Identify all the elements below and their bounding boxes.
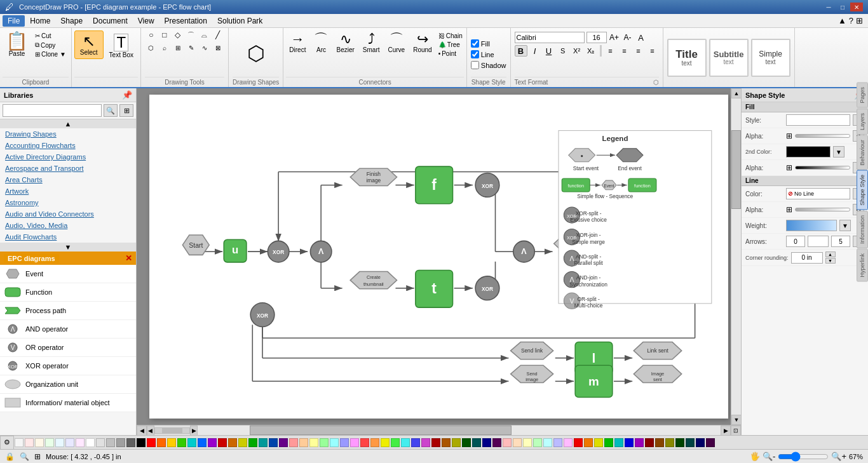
smart-connector-button[interactable]: ⤴ Smart (360, 30, 383, 55)
color-cell[interactable] (25, 438, 34, 447)
color-cell[interactable] (187, 438, 196, 447)
color-cell[interactable] (137, 438, 146, 447)
layers-tab[interactable]: Layers (857, 109, 868, 135)
color-cell[interactable] (513, 438, 522, 447)
window-controls[interactable]: ─ □ ✕ (822, 3, 863, 11)
vertical-scrollbar[interactable]: ▲ ▼ (731, 88, 741, 425)
color-cell[interactable] (126, 438, 135, 447)
color-cell[interactable] (45, 438, 54, 447)
color-cell[interactable] (482, 438, 491, 447)
color-cell[interactable] (574, 438, 583, 447)
color-cell[interactable] (442, 438, 451, 447)
fill-checkbox[interactable] (471, 39, 479, 48)
color-cell[interactable] (391, 438, 400, 447)
library-scroll-down[interactable]: ▼ (0, 243, 136, 252)
lib-audio-video-connectors[interactable]: Audio and Video Connectors (0, 208, 136, 220)
color-cell[interactable] (431, 438, 440, 447)
v-scroll-thumb[interactable] (731, 130, 741, 210)
round-connector-button[interactable]: ↪ Round (410, 30, 435, 55)
color-cell[interactable] (706, 438, 715, 447)
color-cell[interactable] (218, 438, 227, 447)
color-cell[interactable] (167, 438, 176, 447)
color-cell[interactable] (248, 438, 257, 447)
lib-drawing-shapes[interactable]: Drawing Shapes (0, 128, 136, 140)
color-cell[interactable] (543, 438, 552, 447)
color-palette-settings[interactable]: ⚙ (0, 436, 14, 450)
color-cell[interactable] (177, 438, 186, 447)
color-cell[interactable] (594, 438, 603, 447)
fit-page-button[interactable]: ⊡ (731, 426, 741, 436)
fill-alpha-slider[interactable] (795, 134, 850, 138)
color-cell[interactable] (198, 438, 207, 447)
color-cell[interactable] (157, 438, 166, 447)
epc-or-operator-item[interactable]: V OR operator (0, 339, 136, 357)
color-cell[interactable] (533, 438, 542, 447)
chain-connector-button[interactable]: ⛓ Chain (437, 32, 464, 40)
color-cell[interactable] (35, 438, 44, 447)
second-color-swatch[interactable] (786, 146, 831, 158)
curve-connector-button[interactable]: ⌒ Curve (385, 30, 409, 55)
line-checkbox[interactable] (471, 50, 479, 58)
align-right-button[interactable]: ≡ (632, 45, 645, 57)
next-page-button[interactable]: ▶ (190, 426, 198, 436)
title-text-style-button[interactable]: Title text (667, 39, 707, 77)
color-cell[interactable] (625, 438, 634, 447)
pages-tab[interactable]: Pages (857, 88, 868, 108)
color-cell[interactable] (55, 438, 64, 447)
color-cell[interactable] (96, 438, 105, 447)
epc-function-item[interactable]: Function (0, 283, 136, 302)
status-grid-icon[interactable]: ⊞ (34, 452, 41, 461)
paste-button[interactable]: 📋 Paste (3, 30, 31, 59)
arc-tool-button[interactable]: ⌒ (185, 29, 198, 41)
color-cell[interactable] (553, 438, 562, 447)
libraries-pin-icon[interactable]: 📌 (122, 90, 132, 100)
h-scroll-thumb[interactable] (250, 426, 512, 435)
line-alpha-slider[interactable] (795, 208, 850, 211)
underline-button[interactable]: U (543, 45, 555, 57)
color-cell[interactable] (208, 438, 217, 447)
minimize-button[interactable]: ─ (822, 3, 835, 11)
color-cell[interactable] (370, 438, 379, 447)
arrows-center-selector[interactable] (808, 236, 829, 247)
justify-button[interactable]: ≡ (646, 45, 659, 57)
epc-xor-operator-item[interactable]: XOR XOR operator (0, 357, 136, 375)
arc-connector-button[interactable]: ⌒ Arc (311, 30, 331, 55)
tree-connector-button[interactable]: 🌲 Tree (437, 41, 464, 49)
color-cell[interactable] (614, 438, 623, 447)
ribbon-expand-icon[interactable]: ⊞ (856, 16, 863, 25)
color-cell[interactable] (238, 438, 247, 447)
color-cell[interactable] (452, 438, 461, 447)
color-cell[interactable] (564, 438, 573, 447)
color-cell[interactable] (523, 438, 532, 447)
point-connector-button[interactable]: • Point (437, 50, 464, 58)
color-cell[interactable] (289, 438, 298, 447)
canvas-paper[interactable]: ▲ ▼ (137, 88, 741, 425)
corner-rounding-down[interactable]: ▼ (825, 258, 836, 264)
hand-tool-icon[interactable]: 🖐 (750, 452, 760, 461)
align-center-button[interactable]: ≡ (618, 45, 631, 57)
fill-checkbox-label[interactable]: Fill (471, 39, 506, 48)
close-button[interactable]: ✕ (850, 3, 863, 11)
copy-button[interactable]: ⧉ Copy (32, 41, 69, 50)
color-cell[interactable] (472, 438, 481, 447)
color-cell[interactable] (340, 438, 349, 447)
ellipse-tool-button[interactable]: ○ (145, 29, 158, 41)
text-format-expand[interactable]: ⬡ (653, 79, 659, 86)
zoom-in-icon[interactable]: 🔍+ (831, 452, 846, 461)
curve-tool-button[interactable]: ⌓ (198, 29, 211, 41)
clone-button[interactable]: ⊞ Clone ▼ (32, 50, 69, 58)
subscript-button[interactable]: X₂ (585, 45, 597, 57)
font-grow-button[interactable]: A+ (609, 32, 620, 43)
lib-audit-flowcharts[interactable]: Audit Flowcharts (0, 231, 136, 243)
epc-and-operator-item[interactable]: Λ AND operator (0, 320, 136, 339)
bezier-connector-button[interactable]: ∿ Bezier (333, 30, 357, 55)
epc-org-unit-item[interactable]: Organization unit (0, 375, 136, 394)
shadow-checkbox[interactable] (471, 61, 479, 69)
line-tool-button[interactable]: ╱ (212, 29, 224, 41)
color-cell[interactable] (604, 438, 613, 447)
color-cell[interactable] (65, 438, 74, 447)
color-cell[interactable] (259, 438, 268, 447)
strikethrough-button[interactable]: S (557, 45, 569, 57)
color-cell[interactable] (665, 438, 674, 447)
shadow-checkbox-label[interactable]: Shadow (471, 61, 506, 69)
